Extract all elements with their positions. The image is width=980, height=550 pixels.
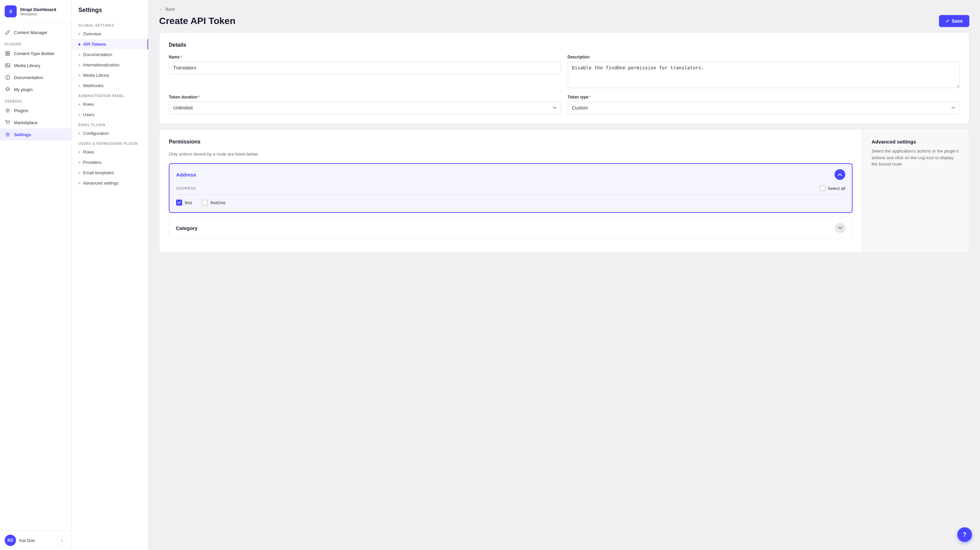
svg-rect-3 [8,54,10,56]
settings-item-label: Overview [83,31,101,37]
settings-icon [5,131,11,137]
settings-sidebar: Settings GLOBAL SETTINGS Overview API To… [72,0,148,550]
logo-text: Strapi Dashboard Workplace [20,7,56,16]
puzzle-icon [5,50,11,56]
collapse-sidebar-button[interactable]: ‹ [57,536,67,545]
settings-item-providers[interactable]: Providers [72,157,148,167]
bullet-icon [78,182,80,184]
settings-item-overview[interactable]: Overview [72,29,148,39]
type-required: * [589,95,591,99]
sidebar-item-label: Content Manager [14,30,48,35]
svg-point-8 [7,124,7,124]
sidebar-item-settings[interactable]: Settings [0,129,72,140]
duration-required: * [198,95,200,99]
settings-item-label: Roles [83,150,94,155]
bullet-icon [78,54,80,56]
pencil-icon [5,29,11,35]
settings-item-perm-roles[interactable]: Roles [72,147,148,157]
svg-point-10 [7,134,9,136]
bullet-icon [78,161,80,164]
settings-item-email-templates[interactable]: Email templates [72,167,148,178]
cart-icon [5,120,11,126]
settings-item-roles[interactable]: Roles [72,99,148,110]
duration-group: Token duration * Unlimited 7 days 30 day… [169,95,561,114]
settings-item-advanced-settings[interactable]: Advanced settings [72,178,148,188]
settings-admin-section: ADMINISTRATION PANEL [72,91,148,99]
sidebar-logo: S Strapi Dashboard Workplace [0,0,72,23]
settings-item-webhooks[interactable]: Webhooks [72,80,148,91]
sidebar-item-content-manager[interactable]: Content Manager [0,26,72,38]
findone-checkbox[interactable] [202,199,208,206]
permissions-main: Permissions Only actions bound by a rout… [159,129,862,252]
help-icon: ? [963,531,967,538]
sidebar-nav: Content Manager PLUGINS Content-Type Bui… [0,23,72,530]
svg-rect-2 [6,54,7,56]
sidebar-footer: KD Kai Doe ‹ [0,530,72,550]
sidebar-item-label: Media Library [14,63,40,68]
permissions-title: Permissions [169,139,853,145]
check-icon: ✓ [946,18,950,24]
bullet-icon [78,64,80,66]
sidebar-item-marketplace[interactable]: Marketplace [0,116,72,129]
settings-item-internationalization[interactable]: Internationalization [72,60,148,70]
accordion-toggle-down[interactable] [835,223,846,233]
sidebar-item-label: My plugin [14,87,33,92]
settings-item-label: Webhooks [83,83,103,88]
settings-title: Settings [72,7,148,20]
type-select[interactable]: Read-only Full access Custom [568,102,960,114]
sidebar-section-plugins: PLUGINS [0,38,72,48]
type-label: Token type * [568,95,960,99]
permissions-card: Permissions Only actions bound by a rout… [159,129,969,253]
duration-label: Token duration * [169,95,561,99]
back-arrow-icon: ← [159,7,164,12]
duration-label-text: Token duration [169,95,197,99]
name-label: Name * [169,55,561,59]
accordion-toggle-up[interactable] [835,169,845,180]
settings-item-label: Providers [83,160,102,165]
accordion-category: Category [169,217,853,239]
logo-box: S [5,5,17,18]
bullet-icon [78,85,80,87]
settings-item-media-library[interactable]: Media Library [72,70,148,80]
advanced-description: Select the application's actions or the … [872,148,960,167]
findone-checkbox-row[interactable]: findOne [202,199,226,206]
sidebar-item-my-plugin[interactable]: My plugin [0,83,72,96]
info-icon [5,75,11,80]
name-input[interactable] [169,61,561,74]
sidebar-item-plugins[interactable]: Plugins [0,104,72,116]
main-content: ← Back Create API Token ✓ Save Details N… [148,0,980,550]
sidebar-item-label: Plugins [14,108,29,113]
accordion-category-header[interactable]: Category [169,217,852,239]
select-all-row: Select all [819,185,845,191]
name-required: * [180,55,182,59]
sidebar-item-media-library[interactable]: Media Library [0,59,72,72]
duration-select[interactable]: Unlimited 7 days 30 days 90 days [169,102,561,114]
find-checkbox-row[interactable]: find [176,199,192,206]
bullet-icon [78,104,80,105]
select-all-checkbox[interactable] [819,185,826,191]
settings-item-api-tokens[interactable]: API Tokens [72,39,148,49]
settings-item-documentation[interactable]: Documentation [72,49,148,60]
bullet-icon [78,114,80,116]
save-label: Save [951,18,963,24]
accordion-address: Address ADDRESS Select all [169,163,853,213]
address-row-label: ADDRESS Select all [176,185,845,195]
find-checkbox[interactable] [176,199,182,206]
sidebar-item-content-type-builder[interactable]: Content-Type Builder [0,48,72,59]
sidebar-item-label: Marketplace [14,120,38,125]
settings-item-label: Roles [83,102,94,107]
save-button[interactable]: ✓ Save [939,15,969,27]
description-group: Description Disable the findOne permissi… [568,55,960,88]
settings-global-section: GLOBAL SETTINGS [72,20,148,29]
settings-item-users[interactable]: Users [72,110,148,120]
description-input[interactable]: Disable the findOne permission for trans… [568,61,960,88]
sidebar-item-documentation[interactable]: Documentation [0,72,72,83]
accordion-address-header[interactable]: Address [169,164,852,185]
name-label-text: Name [169,55,180,59]
back-link[interactable]: ← Back [159,7,969,12]
help-button[interactable]: ? [957,527,972,542]
name-group: Name * [169,55,561,88]
bullet-icon [78,172,80,174]
settings-item-configuration[interactable]: Configuration [72,128,148,139]
settings-item-label: Configuration [83,131,109,136]
